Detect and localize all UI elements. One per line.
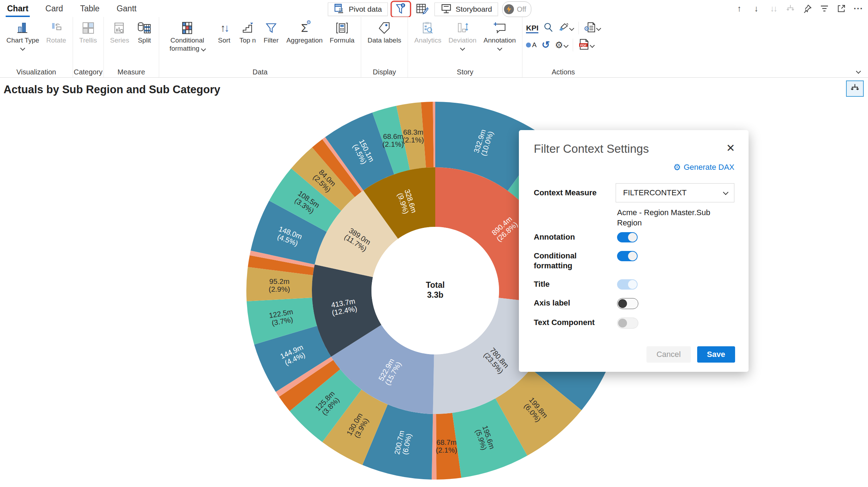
chart-data-label: 68.3m(2.1%) <box>403 128 424 144</box>
chart-data-label: 68.6m(2.1%) <box>382 132 404 148</box>
title-label: Title <box>534 279 617 289</box>
generate-dax-label: Generate DAX <box>684 163 734 172</box>
context-measure-label: Context Measure <box>534 183 616 202</box>
toggle-row: Axis label <box>534 298 734 309</box>
chart-data-label: 68.7m(2.1%) <box>436 438 457 454</box>
conditional-formatting-toggle[interactable] <box>617 251 638 261</box>
save-button[interactable]: Save <box>697 346 735 363</box>
axis-label-label: Axis label <box>534 298 617 308</box>
dialog-title: Filter Context Settings <box>534 142 734 156</box>
context-measure-helper: Acme - Region Master.Sub Region <box>617 207 723 228</box>
toggle-row: Conditional formatting <box>534 251 734 271</box>
toggle-row: Title <box>534 279 734 290</box>
close-icon[interactable]: ✕ <box>726 143 735 153</box>
chart-center-label: Total <box>426 280 444 290</box>
toggle-row: Text Component <box>534 318 734 329</box>
gear-icon: ⚙ <box>673 163 681 172</box>
context-measure-value: FILTERCONTEXT <box>623 188 687 197</box>
text-component-label: Text Component <box>534 318 617 328</box>
text-component-toggle <box>617 318 638 329</box>
title-toggle <box>617 279 638 290</box>
cancel-button[interactable]: Cancel <box>646 346 690 363</box>
chart-data-label: 95.2m(2.9%) <box>269 277 290 293</box>
chevron-down-icon <box>723 189 729 195</box>
axis-label-toggle[interactable] <box>617 298 638 309</box>
chart-center-value: 3.3b <box>427 290 443 300</box>
filter-context-settings-dialog: Filter Context Settings ✕ ⚙ Generate DAX… <box>519 130 749 372</box>
conditional-formatting-label: Conditional formatting <box>534 251 617 271</box>
annotation-toggle[interactable] <box>617 232 638 242</box>
toggle-row: Annotation <box>534 232 734 242</box>
generate-dax-link[interactable]: ⚙ Generate DAX <box>673 163 734 172</box>
annotation-label: Annotation <box>534 232 617 242</box>
context-measure-dropdown[interactable]: FILTERCONTEXT <box>616 183 734 202</box>
